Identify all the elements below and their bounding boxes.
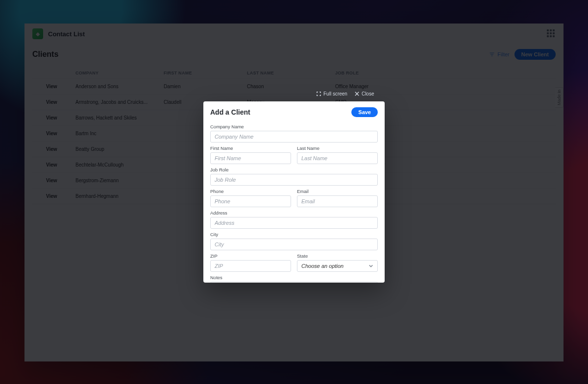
last-name-label: Last Name <box>297 145 378 151</box>
city-input[interactable] <box>210 239 378 250</box>
email-label: Email <box>297 189 378 194</box>
jobrole-label: Job Role <box>210 167 378 172</box>
first-name-input[interactable] <box>210 152 291 164</box>
zip-label: ZIP <box>210 253 291 259</box>
fullscreen-button[interactable]: Full screen <box>316 91 347 96</box>
notes-input[interactable] <box>210 282 378 283</box>
company-input[interactable] <box>210 131 378 143</box>
city-label: City <box>210 232 378 237</box>
last-name-input[interactable] <box>297 152 378 164</box>
zip-input[interactable] <box>210 260 291 272</box>
close-icon <box>354 91 360 96</box>
state-select[interactable]: Choose an option <box>297 260 378 272</box>
add-client-modal: Add a Client Save Company Name First Nam… <box>203 101 385 283</box>
modal-title: Add a Client <box>210 108 250 116</box>
fullscreen-icon <box>316 91 321 96</box>
phone-input[interactable] <box>210 195 291 207</box>
save-button[interactable]: Save <box>351 107 378 117</box>
close-label: Close <box>362 91 374 96</box>
phone-label: Phone <box>210 189 291 194</box>
state-label: State <box>297 253 378 259</box>
notes-label: Notes <box>210 275 378 280</box>
modal-top-actions: Full screen Close <box>316 91 374 96</box>
chevron-down-icon <box>368 264 373 268</box>
jobrole-input[interactable] <box>210 174 378 186</box>
close-button[interactable]: Close <box>354 91 374 96</box>
address-label: Address <box>210 210 378 216</box>
first-name-label: First Name <box>210 145 291 151</box>
company-label: Company Name <box>210 124 378 129</box>
fullscreen-label: Full screen <box>323 91 347 96</box>
state-placeholder: Choose an option <box>301 263 343 269</box>
address-input[interactable] <box>210 217 378 229</box>
email-input[interactable] <box>297 195 378 207</box>
